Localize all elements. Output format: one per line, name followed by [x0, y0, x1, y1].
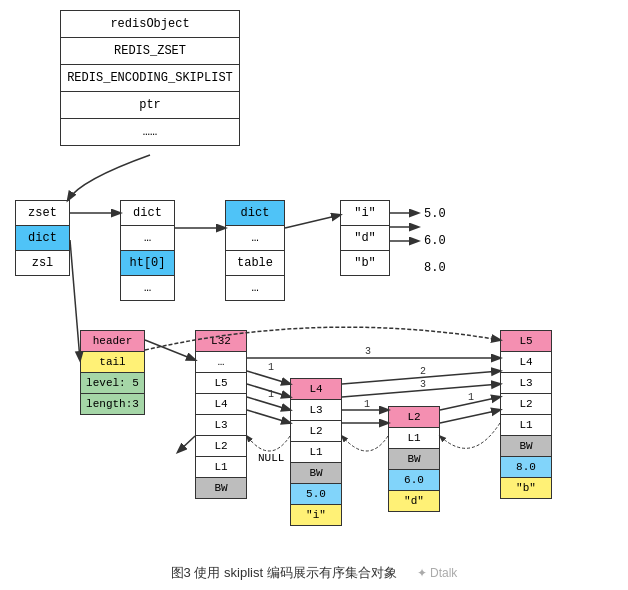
- sl-lev-L2: L2: [196, 436, 246, 457]
- sl-n3-L5: L5: [501, 331, 551, 352]
- sl-lev-L5: L5: [196, 373, 246, 394]
- redis-object-row-type: REDIS_ZSET: [61, 38, 239, 65]
- label-1b: 1: [268, 389, 274, 400]
- label-1c: 1: [364, 399, 370, 410]
- svg-line-7: [145, 340, 195, 360]
- svg-line-10: [342, 371, 500, 384]
- sl-n1-L1: L1: [291, 442, 341, 463]
- sl-n3-key: "b": [501, 478, 551, 498]
- dict-small-row3: …: [121, 276, 174, 300]
- svg-line-11: [247, 384, 290, 397]
- kv-values: 5.0 6.0 8.0: [420, 200, 450, 281]
- kv-key-0: "i": [341, 201, 389, 226]
- svg-line-16: [247, 410, 290, 423]
- sl-n2-L2: L2: [389, 407, 439, 428]
- zset-row-dict: dict: [16, 226, 69, 251]
- dict-small-row2: ht[0]: [121, 251, 174, 276]
- sl-n2-key: "d": [389, 491, 439, 511]
- svg-line-6: [70, 240, 80, 360]
- sl-header-row-length: length:3: [81, 394, 144, 414]
- diagram: redisObject REDIS_ZSET REDIS_ENCODING_SK…: [0, 0, 628, 560]
- sl-n3-score: 8.0: [501, 457, 551, 478]
- label-3b: 3: [420, 379, 426, 390]
- sl-n1-key: "i": [291, 505, 341, 525]
- sl-n2-L1: L1: [389, 428, 439, 449]
- dict-small-box: dict … ht[0] …: [120, 200, 175, 301]
- sl-n2-score: 6.0: [389, 470, 439, 491]
- kv-val-0: 5.0: [420, 200, 450, 227]
- footer: 图3 使用 skiplist 编码展示有序集合对象 ✦ Dtalk: [0, 564, 628, 582]
- svg-line-15: [440, 397, 500, 410]
- dict-big-row1: …: [226, 226, 284, 251]
- sl-n3-L2: L2: [501, 394, 551, 415]
- svg-line-9: [247, 371, 290, 384]
- kv-val-1: 6.0: [420, 227, 450, 254]
- null-label: NULL: [258, 452, 284, 464]
- zset-row-zset: zset: [16, 201, 69, 226]
- label-2a: 2: [420, 366, 426, 377]
- label-1d: 1: [468, 392, 474, 403]
- dict-small-row0: dict: [121, 201, 174, 226]
- sl-n3-BW: BW: [501, 436, 551, 457]
- svg-line-2: [285, 215, 340, 228]
- sl-lev-L3: L3: [196, 415, 246, 436]
- skiplist-levels-block: L32 … L5 L4 L3 L2 L1 BW: [195, 330, 247, 499]
- skiplist-node3: L5 L4 L3 L2 L1 BW 8.0 "b": [500, 330, 552, 499]
- zset-box: zset dict zsl: [15, 200, 70, 276]
- kv-val-2: 8.0: [420, 254, 450, 281]
- sl-n3-L4: L4: [501, 352, 551, 373]
- sl-lev-L32: L32: [196, 331, 246, 352]
- svg-line-19: [178, 436, 195, 452]
- zset-row-zsl: zsl: [16, 251, 69, 275]
- redis-object-box: redisObject REDIS_ZSET REDIS_ENCODING_SK…: [60, 10, 240, 146]
- dict-big-row3: …: [226, 276, 284, 300]
- sl-n1-L4: L4: [291, 379, 341, 400]
- sl-lev-L4: L4: [196, 394, 246, 415]
- sl-n3-L1: L1: [501, 415, 551, 436]
- sl-n1-L3: L3: [291, 400, 341, 421]
- sl-header-row-level: level: 5: [81, 373, 144, 394]
- footer-text: 图3 使用 skiplist 编码展示有序集合对象: [171, 564, 397, 582]
- sl-lev-dots: …: [196, 352, 246, 373]
- dict-big-row0: dict: [226, 201, 284, 226]
- label-3a: 3: [365, 346, 371, 357]
- sl-n2-BW: BW: [389, 449, 439, 470]
- dict-big-row2: table: [226, 251, 284, 276]
- redis-object-row-more: ……: [61, 119, 239, 145]
- kv-keys-box: "i" "d" "b": [340, 200, 390, 276]
- sl-lev-BW: BW: [196, 478, 246, 498]
- kv-key-2: "b": [341, 251, 389, 275]
- svg-line-12: [342, 384, 500, 397]
- skiplist-node2: L2 L1 BW 6.0 "d": [388, 406, 440, 512]
- svg-line-18: [440, 410, 500, 423]
- footer-logo: ✦ Dtalk: [417, 566, 458, 580]
- sl-n1-BW: BW: [291, 463, 341, 484]
- redis-object-row-encoding: REDIS_ENCODING_SKIPLIST: [61, 65, 239, 92]
- skiplist-header-box: header tail level: 5 length:3: [80, 330, 145, 415]
- svg-line-13: [247, 397, 290, 410]
- dict-big-box: dict … table …: [225, 200, 285, 301]
- sl-header-row-tail: tail: [81, 352, 144, 373]
- skiplist-node1: L4 L3 L2 L1 BW 5.0 "i": [290, 378, 342, 526]
- kv-key-1: "d": [341, 226, 389, 251]
- dict-small-row1: …: [121, 226, 174, 251]
- label-1a: 1: [268, 362, 274, 373]
- sl-lev-L1: L1: [196, 457, 246, 478]
- sl-n3-L3: L3: [501, 373, 551, 394]
- redis-object-row-title: redisObject: [61, 11, 239, 38]
- sl-n1-score: 5.0: [291, 484, 341, 505]
- sl-header-row-header: header: [81, 331, 144, 352]
- redis-object-row-ptr: ptr: [61, 92, 239, 119]
- sl-n1-L2: L2: [291, 421, 341, 442]
